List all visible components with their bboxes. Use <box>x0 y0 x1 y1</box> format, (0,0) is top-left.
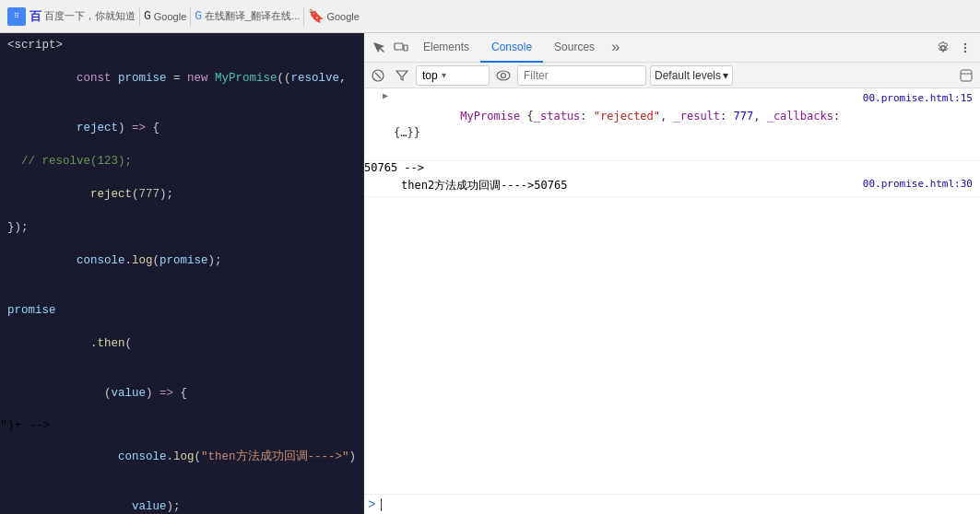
devtools-tabs-bar: Elements Console Sources » <box>364 33 980 63</box>
separator2 <box>190 7 191 26</box>
console-entry-text: then2方法成功回调---->50765 <box>397 176 856 194</box>
console-cursor <box>381 498 382 511</box>
clear-console-button[interactable] <box>368 65 388 86</box>
svg-line-21 <box>375 73 381 78</box>
code-text: value); <box>7 482 181 514</box>
apps-icon[interactable]: ⠿ <box>7 7 26 26</box>
baidu-bookmark[interactable]: 百 百度一下，你就知道 <box>30 8 136 25</box>
svg-rect-24 <box>961 70 972 81</box>
console-output[interactable]: ▶ MyPromise {_status: "rejected", _resul… <box>364 88 980 494</box>
code-text: const promise = new MyPromise((resolve, <box>7 53 347 103</box>
code-line: }); <box>0 219 363 236</box>
code-text: <script> <box>7 37 63 53</box>
code-line: <script> <box>0 37 363 53</box>
code-line: const promise = new MyPromise((resolve, <box>0 53 363 103</box>
tab-sources[interactable]: Sources <box>543 33 606 63</box>
separator3 <box>303 7 304 26</box>
code-text: .then( <box>7 319 132 368</box>
console-entry-source[interactable]: 00.promise.html:30 <box>856 176 980 192</box>
code-text: console.log("then方法成功回调---->") + <box>7 432 364 482</box>
filter-input[interactable] <box>517 65 646 86</box>
obj-key: _status <box>534 110 581 123</box>
code-text: promise <box>7 302 56 319</box>
tab-elements[interactable]: Elements <box>412 33 480 63</box>
browser-toolbar: ⠿ 百 百度一下，你就知道 G Google G 在线翻译_翻译在线... 🔖 … <box>0 0 980 33</box>
filter-toggle-button[interactable] <box>392 65 412 86</box>
console-entry-text: MyPromise {_status: "rejected", _result:… <box>390 90 856 158</box>
chevron-down-icon: ▾ <box>442 70 446 80</box>
google-bookmark2[interactable]: 🔖 Google <box>308 8 359 24</box>
obj-num-val: 777 <box>734 110 754 123</box>
expand-icon[interactable]: ▶ <box>383 90 388 100</box>
code-text: }); <box>7 219 29 236</box>
console-entry-gutter <box>364 176 383 178</box>
context-selector[interactable]: top ▾ <box>416 65 490 86</box>
live-expressions-icon[interactable] <box>493 65 514 86</box>
svg-point-22 <box>497 71 510 80</box>
code-line: promise <box>0 302 363 319</box>
code-line: reject) => { <box>0 103 363 153</box>
code-line: (value) => { <box>0 368 363 418</box>
log-levels-arrow: ▾ <box>723 69 728 82</box>
code-line: console.log("then方法成功回调---->") + <box>0 432 363 482</box>
console-entry-gutter <box>364 90 383 92</box>
browser-bookmarks: ⠿ 百 百度一下，你就知道 G Google G 在线翻译_翻译在线... 🔖 … <box>7 7 360 26</box>
console-toolbar: top ▾ Default levels ▾ <box>364 63 980 88</box>
console-entry: then2方法成功回调---->50765 00.promise.html:30 <box>364 174 980 197</box>
devtools-more-icon[interactable] <box>954 37 976 59</box>
log-levels-label: Default levels <box>655 69 721 82</box>
devtools-panel: Elements Console Sources » <box>364 33 980 514</box>
code-line <box>0 286 363 302</box>
device-toggle-icon[interactable] <box>390 37 412 59</box>
separator <box>139 7 140 26</box>
context-value: top <box>422 69 438 82</box>
inspect-element-icon[interactable] <box>368 37 390 59</box>
main-area: <script> const promise = new MyPromise((… <box>0 33 980 514</box>
obj-string-val: "rejected" <box>594 110 660 123</box>
object-brace: { <box>527 110 534 123</box>
code-line: reject(777); <box>0 169 363 219</box>
svg-point-19 <box>964 50 966 52</box>
svg-point-23 <box>502 73 506 77</box>
console-prompt: > <box>368 497 375 512</box>
more-tabs-icon[interactable]: » <box>606 40 626 56</box>
object-class-name: MyPromise <box>460 110 526 123</box>
code-text <box>7 286 15 302</box>
translate-bookmark[interactable]: G 在线翻译_翻译在线... <box>195 9 300 23</box>
code-editor-panel: <script> const promise = new MyPromise((… <box>0 33 364 514</box>
tab-elements-label: Elements <box>423 41 469 53</box>
code-line: console.log(promise); <box>0 236 363 286</box>
code-content: <script> const promise = new MyPromise((… <box>0 33 363 514</box>
svg-point-17 <box>964 42 966 44</box>
code-text: reject(777); <box>7 169 173 219</box>
console-entry: ▶ MyPromise {_status: "rejected", _resul… <box>364 88 980 161</box>
tab-console-label: Console <box>491 41 532 53</box>
code-text: console.log(promise); <box>7 236 222 286</box>
code-line: .then( <box>0 319 363 368</box>
code-line: value); <box>0 482 363 514</box>
console-settings-button[interactable] <box>956 65 976 86</box>
code-text: (value) => { <box>7 368 187 418</box>
svg-point-18 <box>964 46 966 48</box>
google-bookmark[interactable]: G Google <box>144 9 186 23</box>
code-text: reject) => { <box>7 103 159 153</box>
console-entry-source[interactable]: 00.promise.html:15 <box>856 90 980 106</box>
code-text: // resolve(123); <box>7 153 132 169</box>
code-line: // resolve(123); <box>0 153 363 169</box>
tab-sources-label: Sources <box>554 41 595 53</box>
svg-rect-16 <box>404 45 407 51</box>
tab-console[interactable]: Console <box>480 33 543 63</box>
log-levels-selector[interactable]: Default levels ▾ <box>650 65 733 86</box>
console-input-line[interactable]: > <box>364 494 980 514</box>
svg-rect-15 <box>395 43 403 50</box>
devtools-settings-icon[interactable] <box>932 37 954 59</box>
